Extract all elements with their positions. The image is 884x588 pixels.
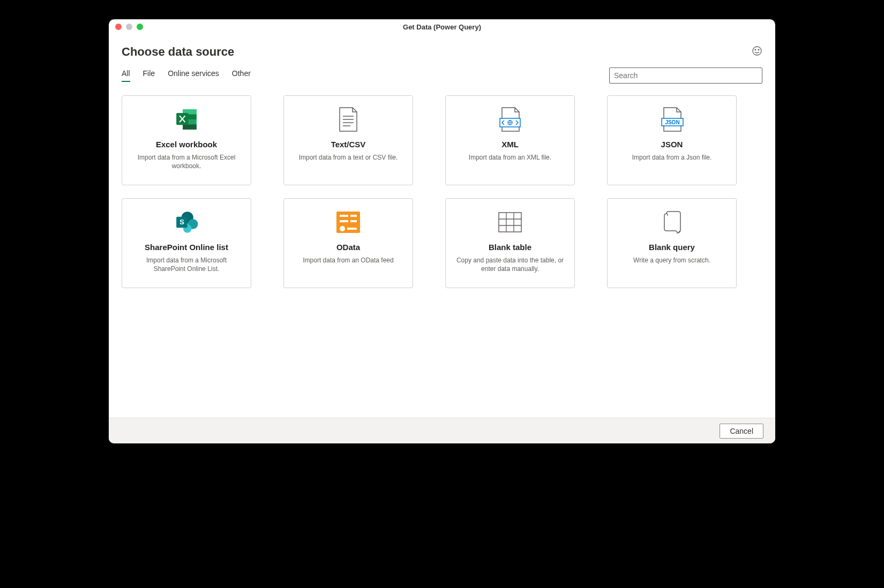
text-csv-icon xyxy=(335,107,361,132)
page-title: Choose data source xyxy=(122,45,234,59)
excel-icon xyxy=(174,107,199,132)
data-sources-grid: Excel workbook Import data from a Micros… xyxy=(122,95,762,288)
feedback-icon[interactable] xyxy=(752,46,762,58)
cancel-button[interactable]: Cancel xyxy=(720,424,763,439)
card-desc: Import data from a Microsoft SharePoint … xyxy=(130,256,243,273)
card-desc: Copy and paste data into the table, or e… xyxy=(453,256,567,273)
tab-file[interactable]: File xyxy=(143,69,155,82)
source-blank-query[interactable]: Blank query Write a query from scratch. xyxy=(607,198,737,288)
source-excel-workbook[interactable]: Excel workbook Import data from a Micros… xyxy=(122,95,251,185)
source-text-csv[interactable]: Text/CSV Import data from a text or CSV … xyxy=(283,95,413,185)
tab-online-services[interactable]: Online services xyxy=(168,69,219,82)
source-xml[interactable]: XML Import data from an XML file. xyxy=(445,95,575,185)
card-desc: Import data from an OData feed xyxy=(303,256,393,265)
svg-point-0 xyxy=(753,47,761,55)
card-title: Text/CSV xyxy=(331,140,366,149)
card-title: SharePoint Online list xyxy=(145,243,228,252)
card-desc: Import data from a Json file. xyxy=(632,153,712,162)
source-sharepoint-online-list[interactable]: S SharePoint Online list Import data fro… xyxy=(122,198,251,288)
tabs: All File Online services Other xyxy=(122,69,251,82)
window-controls xyxy=(115,24,143,30)
svg-point-2 xyxy=(758,49,759,50)
search-input[interactable] xyxy=(609,67,762,84)
card-title: OData xyxy=(336,243,360,252)
source-odata[interactable]: OData Import data from an OData feed xyxy=(283,198,413,288)
content-area: Choose data source All File Online servi… xyxy=(109,34,775,418)
svg-rect-6 xyxy=(183,124,197,129)
tab-all[interactable]: All xyxy=(122,69,130,82)
svg-text:JSON: JSON xyxy=(665,119,679,125)
card-title: Blank query xyxy=(649,243,695,252)
svg-text:S: S xyxy=(179,218,184,226)
odata-icon xyxy=(335,209,361,235)
source-blank-table[interactable]: Blank table Copy and paste data into the… xyxy=(445,198,575,288)
card-title: XML xyxy=(501,140,519,149)
dialog-window: Get Data (Power Query) Choose data sourc… xyxy=(109,19,775,443)
card-desc: Import data from an XML file. xyxy=(469,153,551,162)
card-title: Blank table xyxy=(489,243,531,252)
titlebar: Get Data (Power Query) xyxy=(109,19,775,34)
xml-icon xyxy=(497,107,523,132)
card-title: Excel workbook xyxy=(156,140,217,149)
sharepoint-icon: S xyxy=(174,209,199,235)
blank-table-icon xyxy=(497,209,523,235)
card-desc: Import data from a Microsoft Excel workb… xyxy=(130,153,243,170)
dialog-footer: Cancel xyxy=(109,418,775,443)
json-icon: JSON xyxy=(659,107,685,132)
svg-point-1 xyxy=(755,49,756,50)
tab-other[interactable]: Other xyxy=(232,69,251,82)
card-desc: Import data from a text or CSV file. xyxy=(299,153,398,162)
close-window-button[interactable] xyxy=(115,24,122,30)
maximize-window-button[interactable] xyxy=(137,24,143,30)
svg-point-28 xyxy=(340,226,345,231)
filters-row: All File Online services Other xyxy=(122,67,762,84)
source-json[interactable]: JSON JSON Import data from a Json file. xyxy=(607,95,737,185)
header-row: Choose data source xyxy=(122,45,762,59)
window-title: Get Data (Power Query) xyxy=(109,23,775,31)
card-title: JSON xyxy=(661,140,683,149)
svg-rect-30 xyxy=(499,213,521,232)
blank-query-icon xyxy=(659,209,685,235)
minimize-window-button[interactable] xyxy=(126,24,132,30)
card-desc: Write a query from scratch. xyxy=(633,256,710,265)
